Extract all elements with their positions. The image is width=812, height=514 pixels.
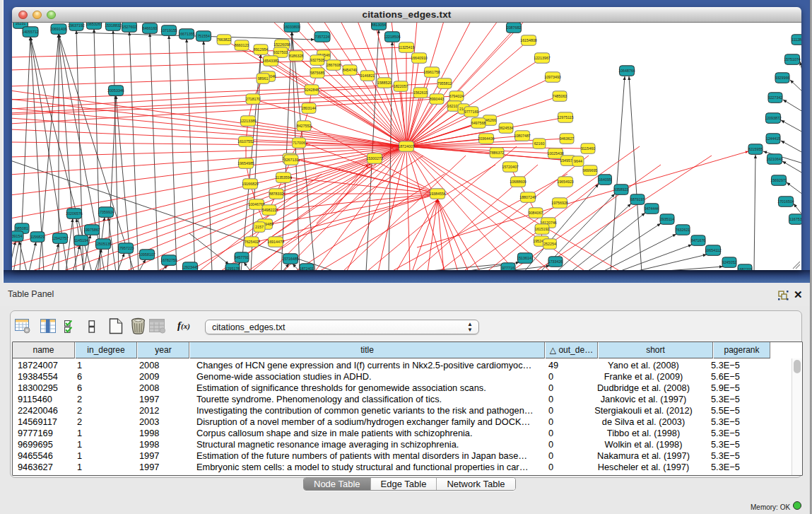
svg-text:15751074: 15751074 bbox=[784, 57, 801, 62]
svg-text:717006: 717006 bbox=[293, 141, 305, 145]
svg-text:5875685: 5875685 bbox=[310, 71, 325, 75]
svg-text:6466160: 6466160 bbox=[143, 26, 158, 30]
svg-text:19654985: 19654985 bbox=[237, 161, 254, 165]
svg-text:12975115: 12975115 bbox=[557, 115, 573, 119]
svg-text:16231: 16231 bbox=[16, 23, 26, 25]
svg-text:5498222: 5498222 bbox=[262, 208, 277, 212]
svg-text:18807249: 18807249 bbox=[519, 195, 536, 199]
svg-text:9227342: 9227342 bbox=[768, 95, 783, 100]
svg-text:16782759: 16782759 bbox=[160, 258, 177, 262]
svg-text:16671355: 16671355 bbox=[178, 32, 195, 36]
svg-text:19756928: 19756928 bbox=[551, 201, 568, 205]
svg-text:3267131: 3267131 bbox=[284, 158, 299, 162]
svg-text:20053346: 20053346 bbox=[107, 88, 124, 93]
svg-text:7632621: 7632621 bbox=[676, 228, 690, 232]
svg-text:10025438: 10025438 bbox=[547, 151, 564, 156]
svg-text:8215955: 8215955 bbox=[748, 147, 763, 151]
svg-text:6794024: 6794024 bbox=[449, 94, 464, 98]
svg-text:15692971: 15692971 bbox=[770, 178, 787, 182]
svg-text:11325419: 11325419 bbox=[398, 45, 414, 49]
svg-text:19637192: 19637192 bbox=[68, 23, 85, 28]
svg-text:15300273: 15300273 bbox=[366, 156, 383, 160]
svg-text:12505135: 12505135 bbox=[95, 242, 112, 246]
svg-text:15226058: 15226058 bbox=[273, 42, 290, 47]
svg-text:10648764: 10648764 bbox=[618, 69, 635, 73]
svg-text:16543382: 16543382 bbox=[262, 59, 279, 63]
svg-text:9084067: 9084067 bbox=[529, 211, 543, 215]
svg-text:62160: 62160 bbox=[534, 141, 545, 146]
svg-text:9115460: 9115460 bbox=[581, 146, 595, 151]
svg-text:1244415: 1244415 bbox=[766, 136, 781, 141]
svg-text:19384554: 19384554 bbox=[429, 192, 446, 196]
svg-text:10719155: 10719155 bbox=[160, 28, 177, 33]
svg-text:9245052: 9245052 bbox=[722, 260, 737, 264]
svg-text:977716: 977716 bbox=[502, 266, 514, 270]
svg-text:1822057: 1822057 bbox=[394, 84, 408, 88]
svg-text:12213967: 12213967 bbox=[534, 56, 551, 60]
svg-text:1527602: 1527602 bbox=[122, 25, 137, 29]
svg-text:2803144: 2803144 bbox=[302, 106, 317, 110]
svg-text:7886372: 7886372 bbox=[490, 151, 505, 155]
svg-text:9327505: 9327505 bbox=[310, 58, 325, 62]
svg-text:7625402: 7625402 bbox=[245, 240, 259, 244]
svg-text:8471676: 8471676 bbox=[691, 238, 706, 243]
svg-text:9777169: 9777169 bbox=[464, 110, 479, 114]
svg-text:3624534: 3624534 bbox=[499, 126, 514, 130]
svg-text:9457791: 9457791 bbox=[235, 255, 249, 259]
svg-text:10958107: 10958107 bbox=[139, 252, 155, 257]
svg-text:1682203: 1682203 bbox=[738, 267, 753, 270]
svg-text:8878332: 8878332 bbox=[269, 192, 284, 196]
svg-text:9699695: 9699695 bbox=[583, 168, 598, 173]
svg-text:6497568: 6497568 bbox=[471, 121, 486, 125]
svg-text:16640910: 16640910 bbox=[411, 56, 428, 60]
svg-text:15318832: 15318832 bbox=[105, 23, 122, 28]
svg-text:20206576: 20206576 bbox=[66, 211, 83, 216]
svg-text:10654112: 10654112 bbox=[705, 248, 721, 252]
svg-text:116753: 116753 bbox=[789, 217, 801, 221]
svg-text:12218506: 12218506 bbox=[384, 35, 401, 39]
svg-text:6879197: 6879197 bbox=[630, 197, 645, 201]
svg-text:18724007: 18724007 bbox=[398, 144, 415, 148]
svg-text:11353594: 11353594 bbox=[275, 175, 291, 180]
svg-text:985081: 985081 bbox=[16, 226, 28, 230]
svg-text:10973493: 10973493 bbox=[544, 75, 561, 79]
svg-text:7357224: 7357224 bbox=[315, 35, 330, 39]
svg-text:1145194: 1145194 bbox=[74, 238, 88, 243]
svg-text:9327503: 9327503 bbox=[273, 50, 288, 54]
svg-text:16210643: 16210643 bbox=[766, 157, 783, 161]
svg-text:2087682: 2087682 bbox=[507, 25, 522, 30]
svg-text:9644: 9644 bbox=[574, 159, 582, 163]
svg-text:7485063: 7485063 bbox=[553, 94, 567, 98]
svg-text:20691406: 20691406 bbox=[50, 27, 67, 31]
svg-text:8660123: 8660123 bbox=[235, 43, 249, 47]
svg-text:9463627: 9463627 bbox=[560, 136, 575, 141]
svg-text:9329966: 9329966 bbox=[775, 76, 790, 80]
svg-text:164095: 164095 bbox=[599, 177, 611, 182]
svg-text:17957223: 17957223 bbox=[117, 246, 134, 250]
svg-text:19166829: 19166829 bbox=[242, 182, 259, 186]
svg-text:8186328: 8186328 bbox=[289, 54, 304, 58]
svg-text:8912954: 8912954 bbox=[254, 47, 269, 52]
svg-text:15716485: 15716485 bbox=[282, 257, 299, 261]
svg-text:14055712: 14055712 bbox=[22, 30, 39, 34]
svg-text:16154808: 16154808 bbox=[520, 38, 537, 42]
svg-text:39154: 39154 bbox=[12, 234, 22, 238]
svg-text:15720407: 15720407 bbox=[502, 165, 519, 169]
svg-text:16033809: 16033809 bbox=[283, 25, 300, 29]
svg-text:19975867: 19975867 bbox=[83, 228, 100, 232]
svg-text:15136141: 15136141 bbox=[517, 256, 534, 260]
svg-text:2935114: 2935114 bbox=[660, 217, 674, 221]
svg-text:2867608: 2867608 bbox=[326, 63, 341, 67]
svg-text:1872401: 1872401 bbox=[300, 267, 314, 270]
svg-text:2718170: 2718170 bbox=[246, 97, 261, 101]
svg-text:8427552: 8427552 bbox=[297, 124, 312, 128]
svg-text:10688609: 10688609 bbox=[510, 180, 526, 184]
svg-text:1295178: 1295178 bbox=[225, 267, 240, 270]
svg-text:7663822: 7663822 bbox=[217, 37, 232, 42]
svg-text:751554: 751554 bbox=[197, 34, 210, 38]
svg-text:1615192: 1615192 bbox=[535, 227, 550, 231]
svg-text:8454749: 8454749 bbox=[343, 68, 358, 72]
svg-text:16914479: 16914479 bbox=[267, 240, 284, 244]
svg-text:16961758: 16961758 bbox=[423, 70, 440, 74]
svg-text:9146821: 9146821 bbox=[360, 74, 375, 78]
